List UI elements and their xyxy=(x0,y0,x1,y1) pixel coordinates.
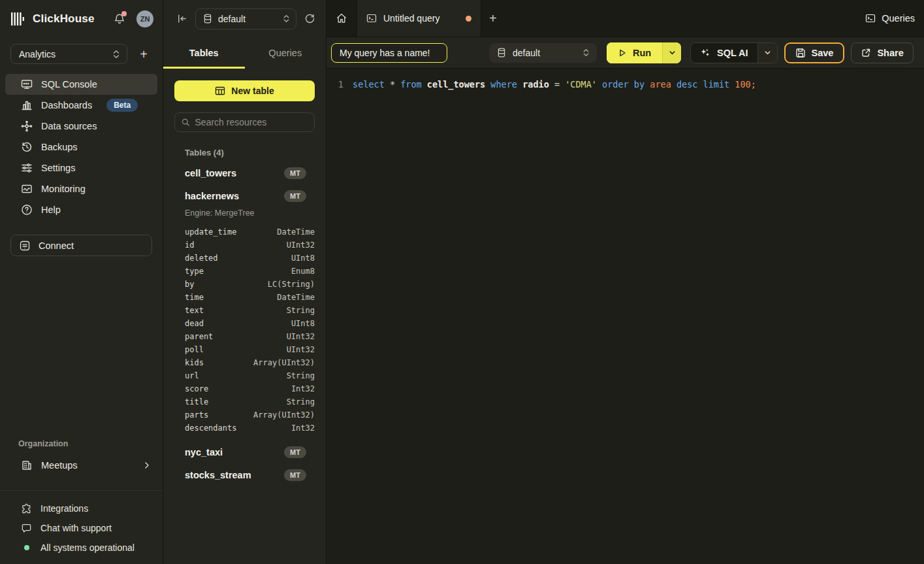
column-name: score xyxy=(185,384,208,393)
sql-token: area xyxy=(650,79,677,90)
sidebar-item-label: Help xyxy=(41,205,61,215)
sql-ai-chevron[interactable] xyxy=(757,43,777,63)
column-type: UInt8 xyxy=(291,319,315,328)
table-name: stocks_stream xyxy=(185,470,284,480)
column-name: text xyxy=(185,306,204,315)
column-row: update_time DateTime xyxy=(174,225,315,239)
sql-token: = xyxy=(554,79,565,90)
sidebar-item-meetups[interactable]: Meetups xyxy=(5,455,157,476)
column-name: id xyxy=(185,241,194,250)
chevron-down-icon xyxy=(669,49,676,56)
column-type: DateTime xyxy=(277,293,315,302)
column-name: poll xyxy=(185,345,204,354)
sidebar-item-monitoring[interactable]: Monitoring xyxy=(5,178,157,199)
sql-token: * xyxy=(390,79,400,90)
sql-token: radio xyxy=(522,79,554,90)
brand-title: ClickHouse xyxy=(33,12,95,25)
column-type: UInt32 xyxy=(287,241,315,250)
chevron-right-icon xyxy=(143,461,151,469)
notification-dot xyxy=(121,11,127,16)
sql-ai-main[interactable]: SQL AI xyxy=(691,43,757,63)
toolbar-database-selector[interactable]: default xyxy=(489,43,597,63)
share-button[interactable]: Share xyxy=(851,42,913,63)
column-type: Int32 xyxy=(291,423,315,433)
column-row: descendants Int32 xyxy=(174,422,315,435)
search-input[interactable] xyxy=(195,117,308,127)
column-row: parent UInt32 xyxy=(174,330,315,343)
explorer-panel: default Tables Queries New table Tables … xyxy=(163,0,327,564)
database-icon xyxy=(497,48,506,58)
new-query-tab-button[interactable]: + xyxy=(489,11,497,26)
meetups-building-icon xyxy=(21,459,33,471)
column-type: Int32 xyxy=(291,384,315,393)
database-selector[interactable]: default xyxy=(195,8,296,29)
sql-token: from xyxy=(400,79,427,90)
column-row: url String xyxy=(174,369,315,382)
chat-support-item[interactable]: Chat with support xyxy=(5,518,157,538)
connect-button[interactable]: Connect xyxy=(10,235,152,256)
column-type: UInt32 xyxy=(287,332,315,341)
table-row-hackernews[interactable]: hackernews MT xyxy=(174,190,315,202)
sidebar-item-dashboards[interactable]: Dashboards Beta xyxy=(5,95,157,116)
notifications-bell-icon[interactable] xyxy=(112,11,127,27)
explorer-body: New table Tables (4) cell_towers MT hack… xyxy=(163,69,326,564)
column-name: parts xyxy=(185,410,208,420)
column-name: parent xyxy=(185,332,213,341)
status-dot-icon xyxy=(21,542,32,554)
refresh-icon[interactable] xyxy=(304,13,315,24)
tab-queries[interactable]: Queries xyxy=(245,37,327,69)
search-box xyxy=(174,112,315,132)
backups-icon xyxy=(21,141,33,153)
add-service-button[interactable]: + xyxy=(135,46,152,63)
column-type: Array(UInt32) xyxy=(253,410,315,420)
tab-tables[interactable]: Tables xyxy=(163,37,245,69)
service-row: Analytics + xyxy=(0,37,163,64)
column-name: dead xyxy=(185,319,204,328)
column-row: title String xyxy=(174,395,315,408)
table-row-cell-towers[interactable]: cell_towers MT xyxy=(174,167,315,179)
footer-item-label: Integrations xyxy=(40,503,88,514)
sidebar: ClickHouse ZN Analytics + SQL Console xyxy=(0,0,163,564)
query-name-input[interactable] xyxy=(331,43,447,63)
column-row: deleted UInt8 xyxy=(174,252,315,265)
column-row: kids Array(UInt32) xyxy=(174,356,315,369)
table-row-stocks-stream[interactable]: stocks_stream MT xyxy=(174,469,315,481)
sql-editor[interactable]: 1 select * from cell_towers where radio … xyxy=(327,69,924,564)
sidebar-item-label: Settings xyxy=(41,163,75,173)
database-icon xyxy=(203,14,212,24)
explorer-topbar: default xyxy=(163,0,326,37)
column-type: UInt8 xyxy=(291,254,315,263)
query-tab-untitled[interactable]: Untitled query xyxy=(357,0,481,37)
sparkles-icon xyxy=(700,48,710,58)
sql-ai-button[interactable]: SQL AI xyxy=(690,42,778,63)
table-row-nyc-taxi[interactable]: nyc_taxi MT xyxy=(174,446,315,458)
collapse-sidebar-icon[interactable] xyxy=(176,13,187,24)
sidebar-item-data-sources[interactable]: Data sources xyxy=(5,116,157,137)
run-options-chevron[interactable] xyxy=(662,42,681,63)
sidebar-item-settings[interactable]: Settings xyxy=(5,158,157,178)
system-status-item[interactable]: All systems operational xyxy=(5,538,157,557)
sidebar-item-help[interactable]: Help xyxy=(5,199,157,220)
integrations-item[interactable]: Integrations xyxy=(5,499,157,518)
queries-list-button[interactable]: Queries xyxy=(865,13,915,24)
home-button[interactable] xyxy=(327,0,357,37)
avatar[interactable]: ZN xyxy=(136,10,153,27)
column-row: id UInt32 xyxy=(174,239,315,252)
sidebar-item-backups[interactable]: Backups xyxy=(5,137,157,158)
service-selector[interactable]: Analytics xyxy=(10,44,127,64)
column-row: type Enum8 xyxy=(174,265,315,278)
column-row: parts Array(UInt32) xyxy=(174,408,315,422)
run-label: Run xyxy=(633,48,651,58)
monitoring-icon xyxy=(21,183,33,195)
save-button[interactable]: Save xyxy=(784,42,845,63)
new-table-button[interactable]: New table xyxy=(174,80,315,101)
help-icon xyxy=(21,204,33,216)
column-name: url xyxy=(185,371,199,380)
sidebar-item-sql-console[interactable]: SQL Console xyxy=(5,74,157,95)
unsaved-changes-dot xyxy=(466,16,471,22)
run-button[interactable]: Run xyxy=(607,42,681,63)
run-button-main[interactable]: Run xyxy=(607,42,662,63)
column-row: text String xyxy=(174,304,315,317)
column-type: String xyxy=(287,371,315,380)
beta-badge: Beta xyxy=(106,99,138,112)
